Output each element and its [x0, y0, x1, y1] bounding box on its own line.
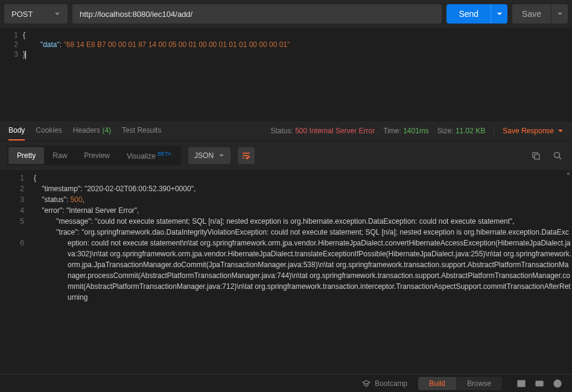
headers-count: (4): [102, 126, 111, 134]
save-button[interactable]: Save: [512, 4, 551, 24]
format-label: JSON: [194, 151, 214, 160]
visualize-label: Visualize: [127, 152, 156, 160]
save-button-group: Save: [512, 4, 568, 24]
svg-rect-6: [536, 381, 543, 386]
status-value: 500 Internal Server Error: [295, 127, 375, 135]
mode-segment: Build Browse: [418, 377, 502, 390]
save-response-button[interactable]: Save Response: [494, 127, 564, 135]
svg-point-2: [555, 153, 560, 158]
request-bar: POST Send Save: [0, 0, 572, 28]
shortcuts-button[interactable]: [532, 376, 547, 391]
browse-button[interactable]: Browse: [456, 377, 502, 390]
response-gutter: 1 2 3 4 5 6: [0, 170, 31, 374]
help-button[interactable]: [550, 376, 565, 391]
time-value: 1401ms: [403, 127, 429, 135]
url-input[interactable]: [72, 4, 442, 24]
line-number: 3: [2, 194, 24, 205]
caret-down-icon: [557, 11, 563, 17]
wrap-icon: [241, 151, 251, 160]
graduation-cap-icon: [361, 379, 371, 388]
tab-test-results[interactable]: Test Results: [122, 121, 161, 141]
size-label: Size:: [437, 127, 454, 135]
wrap-lines-button[interactable]: [238, 147, 255, 164]
time-pair: Time: 1401ms: [383, 127, 429, 135]
tab-body[interactable]: Body: [8, 121, 25, 141]
view-pretty[interactable]: Pretty: [8, 147, 44, 164]
request-body-editor[interactable]: 1 2 3 { "data": "68 14 E8 B7 00 00 01 87…: [0, 28, 572, 121]
build-button[interactable]: Build: [418, 377, 456, 390]
line-number: 2: [2, 183, 24, 194]
caret-down-icon: [218, 153, 224, 159]
copy-icon: [531, 151, 541, 160]
search-button[interactable]: [550, 148, 565, 163]
bootcamp-button[interactable]: Bootcamp: [361, 379, 407, 388]
format-select[interactable]: JSON: [188, 147, 230, 164]
minimap-indicator: [567, 172, 570, 175]
bottom-bar: Bootcamp Build Browse: [0, 374, 572, 392]
caret-down-icon: [558, 128, 564, 134]
response-body-editor[interactable]: 1 2 3 4 5 6 { "timestamp": "2020-02-02T0…: [0, 170, 572, 374]
status-label: Status:: [270, 127, 293, 135]
panes-button[interactable]: [514, 376, 529, 391]
caret-down-icon: [54, 11, 60, 17]
tab-headers-label: Headers: [73, 126, 100, 134]
svg-rect-1: [535, 154, 539, 159]
method-select[interactable]: POST: [4, 4, 68, 24]
caret-down-icon: [497, 11, 503, 17]
panes-icon: [516, 379, 526, 388]
keyboard-icon: [535, 379, 544, 388]
svg-point-12: [557, 385, 558, 385]
size-pair: Size: 11.02 KB: [437, 127, 485, 135]
send-button[interactable]: Send: [446, 4, 491, 24]
line-number: 5: [2, 216, 24, 227]
line-number: 1: [2, 172, 24, 183]
copy-button[interactable]: [529, 148, 543, 163]
line-number: 6: [2, 238, 24, 248]
tab-cookies[interactable]: Cookies: [36, 121, 62, 141]
bootcamp-label: Bootcamp: [375, 379, 407, 388]
status-pair: Status: 500 Internal Server Error: [270, 127, 375, 135]
response-meta-bar: Body Cookies Headers (4) Test Results St…: [0, 121, 572, 141]
help-icon: [553, 379, 562, 388]
search-icon: [553, 151, 562, 160]
save-options-button[interactable]: [551, 4, 568, 24]
view-visualize[interactable]: Visualize BETA: [118, 147, 180, 164]
request-gutter: 1 2 3: [0, 28, 23, 121]
send-button-group: Send: [446, 4, 507, 24]
line-number: 2: [2, 40, 18, 49]
send-options-button[interactable]: [491, 4, 507, 24]
save-response-label: Save Response: [503, 127, 554, 135]
size-value: 11.02 KB: [456, 127, 485, 135]
beta-badge: BETA: [157, 151, 171, 157]
view-preview[interactable]: Preview: [75, 147, 118, 164]
response-toolbar: Pretty Raw Preview Visualize BETA JSON: [0, 141, 572, 170]
response-code[interactable]: { "timestamp": "2020-02-02T06:00:52.390+…: [31, 170, 572, 374]
line-number: 3: [2, 49, 18, 59]
view-mode-tabs: Pretty Raw Preview Visualize BETA: [7, 146, 181, 165]
time-label: Time:: [383, 127, 401, 135]
tab-headers[interactable]: Headers (4): [73, 121, 111, 141]
request-code[interactable]: { "data": "68 14 E8 B7 00 00 01 87 14 00…: [23, 28, 572, 121]
response-tabs: Body Cookies Headers (4) Test Results: [8, 121, 270, 141]
line-number: 4: [2, 205, 24, 216]
view-raw[interactable]: Raw: [44, 147, 75, 164]
line-number: 1: [2, 30, 18, 40]
svg-line-3: [559, 157, 562, 160]
method-label: POST: [11, 10, 33, 19]
